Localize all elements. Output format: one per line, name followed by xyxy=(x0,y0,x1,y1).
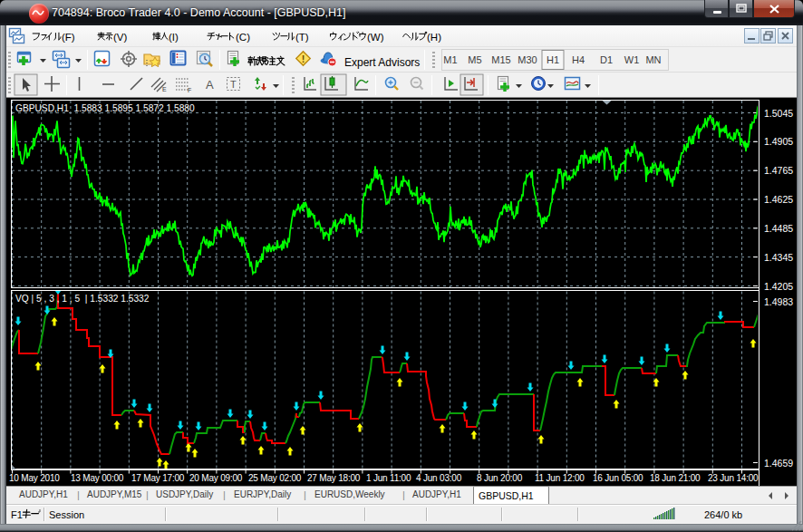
svg-text:8 Jun 20:00: 8 Jun 20:00 xyxy=(477,473,523,483)
svg-text:1.4625: 1.4625 xyxy=(764,194,793,205)
svg-text:27 May 18:00: 27 May 18:00 xyxy=(307,473,361,483)
svg-text:M15: M15 xyxy=(491,54,510,65)
svg-text:20 May 09:00: 20 May 09:00 xyxy=(189,473,243,483)
svg-text:VQ | 5 , 3 , 1 , 5 | 1.5332 1: VQ | 5 , 3 , 1 , 5 | 1.5332 1.5332 xyxy=(15,294,150,304)
svg-text:1.4485: 1.4485 xyxy=(764,223,793,234)
svg-text:(T): (T) xyxy=(295,32,309,43)
svg-text:W1: W1 xyxy=(624,54,640,65)
svg-text:1.4345: 1.4345 xyxy=(764,252,793,263)
svg-text:Session: Session xyxy=(49,509,84,520)
svg-text:(I): (I) xyxy=(169,32,179,43)
svg-text:M30: M30 xyxy=(518,54,537,65)
svg-text:13 May 00:00: 13 May 00:00 xyxy=(71,473,124,483)
svg-text:17 May 17:00: 17 May 17:00 xyxy=(131,473,185,483)
svg-text:23 Jun 14:00: 23 Jun 14:00 xyxy=(708,473,759,483)
svg-text:F1: F1 xyxy=(11,509,23,520)
svg-text:1 Jun 11:00: 1 Jun 11:00 xyxy=(366,473,411,483)
svg-text:!: ! xyxy=(302,53,305,64)
svg-text:M1: M1 xyxy=(443,54,457,65)
svg-text:11 Jun 12:00: 11 Jun 12:00 xyxy=(535,473,585,483)
svg-text:Expert Advisors: Expert Advisors xyxy=(344,56,420,69)
svg-text:M5: M5 xyxy=(468,54,481,65)
svg-text:(F): (F) xyxy=(62,32,75,43)
svg-text:16 Jun 05:00: 16 Jun 05:00 xyxy=(593,473,643,483)
svg-text:E: E xyxy=(162,86,167,92)
svg-text:1.4659: 1.4659 xyxy=(764,458,793,469)
svg-text:(H): (H) xyxy=(427,32,441,43)
svg-text:H1: H1 xyxy=(547,54,559,65)
svg-text:25 May 02:00: 25 May 02:00 xyxy=(248,473,302,483)
svg-text:18 Jun 21:00: 18 Jun 21:00 xyxy=(650,473,701,483)
svg-text:A: A xyxy=(206,78,214,92)
svg-text:(W): (W) xyxy=(367,32,384,43)
svg-text:1.4205: 1.4205 xyxy=(764,281,793,292)
svg-text:MN: MN xyxy=(645,54,661,65)
svg-text:T: T xyxy=(230,79,237,90)
svg-text:1.4765: 1.4765 xyxy=(764,165,793,176)
svg-text:1.4905: 1.4905 xyxy=(764,136,793,147)
svg-text:(C): (C) xyxy=(236,32,250,43)
svg-text:264/0 kb: 264/0 kb xyxy=(704,509,742,520)
svg-text:GBPUSD,H1 1.5883 1.5895 1.587: GBPUSD,H1 1.5883 1.5895 1.5872 1.5880 xyxy=(15,103,195,113)
svg-text:10 May 2010: 10 May 2010 xyxy=(9,473,60,483)
svg-text:H4: H4 xyxy=(572,54,585,65)
svg-text:F: F xyxy=(188,87,191,93)
svg-text:1.5045: 1.5045 xyxy=(764,108,793,119)
svg-text:(V): (V) xyxy=(113,32,128,43)
svg-text:1.4983: 1.4983 xyxy=(764,296,793,307)
svg-text:4 Jun 03:00: 4 Jun 03:00 xyxy=(416,473,462,483)
svg-text:D1: D1 xyxy=(600,54,613,65)
